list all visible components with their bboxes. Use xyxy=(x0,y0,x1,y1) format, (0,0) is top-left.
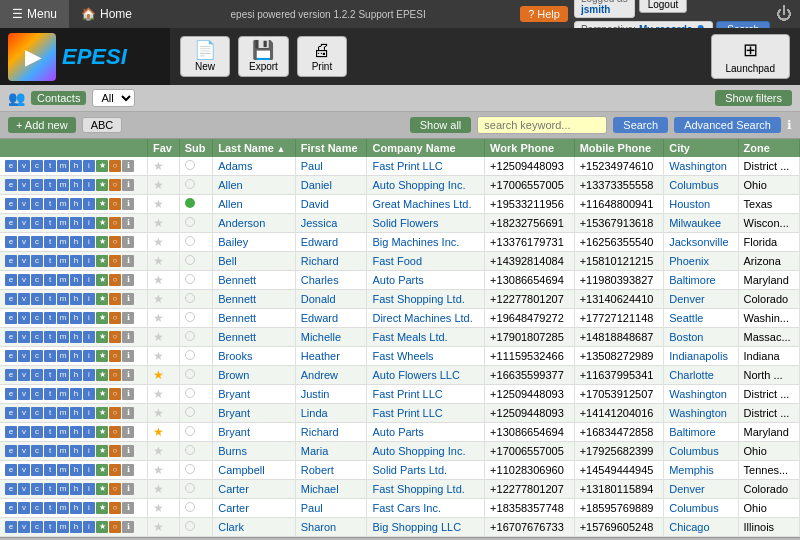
row-icon-9[interactable]: ℹ xyxy=(122,293,134,305)
company-cell[interactable]: Fast Print LLC xyxy=(367,404,485,423)
row-icon-3[interactable]: t xyxy=(44,483,56,495)
row-icon-7[interactable]: ★ xyxy=(96,426,108,438)
city-cell[interactable]: Columbus xyxy=(664,176,738,195)
firstname-cell[interactable]: Daniel xyxy=(295,176,367,195)
row-icon-9[interactable]: ℹ xyxy=(122,426,134,438)
city-cell[interactable]: Washington xyxy=(664,385,738,404)
lastname-cell[interactable]: Bennett xyxy=(213,271,296,290)
firstname-cell[interactable]: David xyxy=(295,195,367,214)
company-cell[interactable]: Auto Flowers LLC xyxy=(367,366,485,385)
row-icon-3[interactable]: t xyxy=(44,293,56,305)
row-icon-9[interactable]: ℹ xyxy=(122,236,134,248)
row-icon-5[interactable]: h xyxy=(70,293,82,305)
row-icon-0[interactable]: e xyxy=(5,464,17,476)
menu-button[interactable]: ☰ Menu xyxy=(0,0,69,28)
row-icon-4[interactable]: m xyxy=(57,160,69,172)
col-fav[interactable]: Fav xyxy=(147,139,179,157)
row-icon-8[interactable]: ○ xyxy=(109,350,121,362)
lastname-cell[interactable]: Brown xyxy=(213,366,296,385)
help-button[interactable]: ? Help xyxy=(520,6,568,22)
fav-cell[interactable]: ★ xyxy=(147,157,179,176)
company-cell[interactable]: Big Machines Inc. xyxy=(367,233,485,252)
row-icon-1[interactable]: v xyxy=(18,160,30,172)
row-icon-4[interactable]: m xyxy=(57,502,69,514)
row-icon-0[interactable]: e xyxy=(5,388,17,400)
firstname-cell[interactable]: Robert xyxy=(295,461,367,480)
row-icon-5[interactable]: h xyxy=(70,483,82,495)
home-button[interactable]: 🏠 Home xyxy=(69,0,144,28)
row-icon-4[interactable]: m xyxy=(57,350,69,362)
city-cell[interactable]: Baltimore xyxy=(664,423,738,442)
fav-cell[interactable]: ★ xyxy=(147,195,179,214)
firstname-cell[interactable]: Andrew xyxy=(295,366,367,385)
contacts-badge[interactable]: Contacts xyxy=(31,91,86,105)
favorite-star[interactable]: ★ xyxy=(153,292,164,306)
row-icon-1[interactable]: v xyxy=(18,483,30,495)
row-icon-1[interactable]: v xyxy=(18,236,30,248)
row-icon-7[interactable]: ★ xyxy=(96,236,108,248)
row-icon-8[interactable]: ○ xyxy=(109,369,121,381)
row-icon-3[interactable]: t xyxy=(44,502,56,514)
firstname-cell[interactable]: Michael xyxy=(295,480,367,499)
favorite-star[interactable]: ★ xyxy=(153,197,164,211)
lastname-cell[interactable]: Burns xyxy=(213,442,296,461)
row-icon-0[interactable]: e xyxy=(5,445,17,457)
city-cell[interactable]: Milwaukee xyxy=(664,214,738,233)
row-icon-5[interactable]: h xyxy=(70,331,82,343)
row-icon-9[interactable]: ℹ xyxy=(122,502,134,514)
firstname-cell[interactable]: Charles xyxy=(295,271,367,290)
row-icon-2[interactable]: c xyxy=(31,312,43,324)
row-icon-8[interactable]: ○ xyxy=(109,160,121,172)
row-icon-4[interactable]: m xyxy=(57,483,69,495)
fav-cell[interactable]: ★ xyxy=(147,518,179,537)
col-workphone[interactable]: Work Phone xyxy=(485,139,575,157)
row-icon-7[interactable]: ★ xyxy=(96,179,108,191)
row-icon-9[interactable]: ℹ xyxy=(122,179,134,191)
firstname-cell[interactable]: Richard xyxy=(295,252,367,271)
firstname-cell[interactable]: Michelle xyxy=(295,328,367,347)
row-icon-1[interactable]: v xyxy=(18,350,30,362)
row-icon-6[interactable]: i xyxy=(83,483,95,495)
row-icon-7[interactable]: ★ xyxy=(96,369,108,381)
row-icon-6[interactable]: i xyxy=(83,464,95,476)
city-cell[interactable]: Indianapolis xyxy=(664,347,738,366)
row-icon-3[interactable]: t xyxy=(44,198,56,210)
city-cell[interactable]: Charlotte xyxy=(664,366,738,385)
row-icon-6[interactable]: i xyxy=(83,312,95,324)
row-icon-0[interactable]: e xyxy=(5,350,17,362)
company-cell[interactable]: Fast Shopping Ltd. xyxy=(367,290,485,309)
row-icon-2[interactable]: c xyxy=(31,445,43,457)
favorite-star[interactable]: ★ xyxy=(153,425,164,439)
row-icon-5[interactable]: h xyxy=(70,236,82,248)
row-icon-3[interactable]: t xyxy=(44,445,56,457)
row-icon-5[interactable]: h xyxy=(70,369,82,381)
row-icon-8[interactable]: ○ xyxy=(109,331,121,343)
fav-cell[interactable]: ★ xyxy=(147,442,179,461)
lastname-cell[interactable]: Bennett xyxy=(213,290,296,309)
row-icon-9[interactable]: ℹ xyxy=(122,388,134,400)
row-icon-3[interactable]: t xyxy=(44,255,56,267)
lastname-cell[interactable]: Bailey xyxy=(213,233,296,252)
row-icon-8[interactable]: ○ xyxy=(109,198,121,210)
row-icon-9[interactable]: ℹ xyxy=(122,255,134,267)
row-icon-8[interactable]: ○ xyxy=(109,255,121,267)
lastname-cell[interactable]: Anderson xyxy=(213,214,296,233)
firstname-cell[interactable]: Sharon xyxy=(295,518,367,537)
lastname-cell[interactable]: Carter xyxy=(213,499,296,518)
company-cell[interactable]: Solid Parts Ltd. xyxy=(367,461,485,480)
company-cell[interactable]: Fast Meals Ltd. xyxy=(367,328,485,347)
row-icon-3[interactable]: t xyxy=(44,369,56,381)
row-icon-9[interactable]: ℹ xyxy=(122,445,134,457)
company-cell[interactable]: Auto Shopping Inc. xyxy=(367,176,485,195)
row-icon-7[interactable]: ★ xyxy=(96,407,108,419)
fav-cell[interactable]: ★ xyxy=(147,347,179,366)
row-icon-3[interactable]: t xyxy=(44,312,56,324)
row-icon-1[interactable]: v xyxy=(18,407,30,419)
row-icon-0[interactable]: e xyxy=(5,521,17,533)
company-cell[interactable]: Fast Shopping Ltd. xyxy=(367,480,485,499)
row-icon-9[interactable]: ℹ xyxy=(122,312,134,324)
firstname-cell[interactable]: Richard xyxy=(295,423,367,442)
row-icon-7[interactable]: ★ xyxy=(96,502,108,514)
city-cell[interactable]: Baltimore xyxy=(664,271,738,290)
row-icon-0[interactable]: e xyxy=(5,179,17,191)
